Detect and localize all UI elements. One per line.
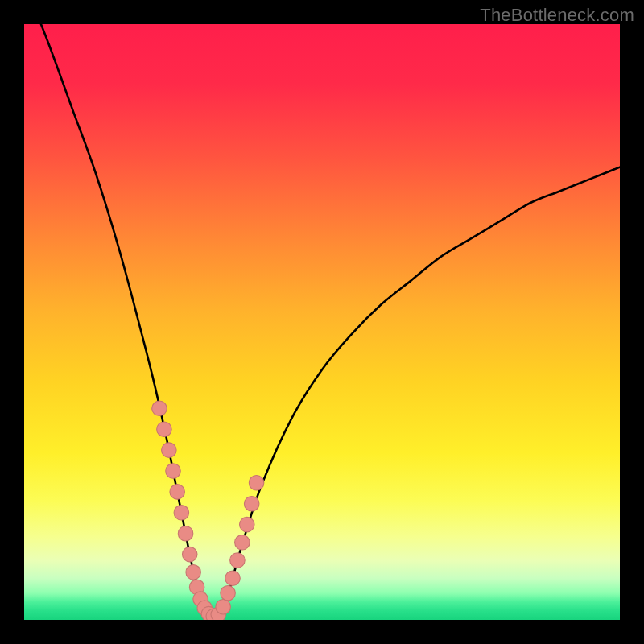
chart-svg (24, 24, 620, 620)
watermark-text: TheBottleneck.com (480, 5, 634, 26)
highlight-dot (240, 517, 255, 532)
highlight-dot (225, 571, 241, 586)
highlight-dot (152, 401, 167, 416)
highlight-dot (182, 547, 197, 562)
highlight-dot (170, 485, 185, 500)
highlight-dot (244, 496, 259, 511)
highlight-dot (186, 565, 201, 580)
chart-frame: TheBottleneck.com (0, 0, 644, 644)
plot-area (24, 24, 620, 620)
highlight-dot (174, 506, 189, 521)
highlight-dot (162, 443, 177, 458)
bottleneck-curve (24, 24, 620, 617)
highlight-dots (152, 401, 264, 620)
highlight-dot (178, 526, 193, 541)
highlight-dot (216, 599, 231, 614)
highlight-dot (235, 535, 250, 551)
highlight-dot (157, 422, 172, 437)
highlight-dot (166, 464, 181, 479)
highlight-dot (230, 553, 246, 568)
highlight-dot (249, 476, 264, 491)
highlight-dot (221, 585, 236, 601)
